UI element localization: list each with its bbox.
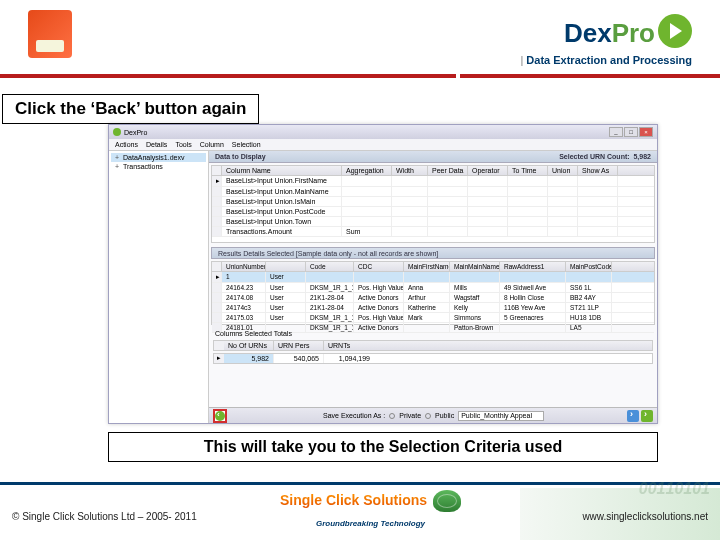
page-footer: © Single Click Solutions Ltd – 2005- 201… xyxy=(0,482,720,540)
expand-icon[interactable]: + xyxy=(113,163,121,170)
instruction-top: Click the ‘Back’ button again xyxy=(2,94,259,124)
save-label: Save Execution As : xyxy=(323,412,385,419)
copyright-text: © Single Click Solutions Ltd – 2005- 201… xyxy=(12,511,197,522)
menu-item[interactable]: Column xyxy=(200,141,224,148)
box-logo-icon xyxy=(28,10,72,58)
back-arrow-icon xyxy=(215,411,225,421)
panel-header: Data to Display Selected URN Count: 5,98… xyxy=(209,151,657,163)
public-radio[interactable] xyxy=(425,413,431,419)
main-panel: Data to Display Selected URN Count: 5,98… xyxy=(209,151,657,423)
expand-icon[interactable]: + xyxy=(113,154,121,161)
divider xyxy=(0,74,456,78)
play-icon xyxy=(658,14,692,48)
totals-section: Columns Selected Totals No Of URNs URN P… xyxy=(211,329,655,366)
table-row[interactable]: BaseList>Input Union.MainName xyxy=(212,187,654,197)
private-radio[interactable] xyxy=(389,413,395,419)
back-button[interactable] xyxy=(213,409,227,423)
tree-item[interactable]: +Transactions xyxy=(111,162,206,171)
totals-header: No Of URNs URN Pers URNTs xyxy=(213,340,653,351)
table-row[interactable]: 24175.03UserDKSM_1R_1_1Pos. High ValueMa… xyxy=(212,313,654,323)
brand-name: DexPro xyxy=(564,18,655,49)
export-button[interactable] xyxy=(627,410,639,422)
instruction-bottom: This will take you to the Selection Crit… xyxy=(108,432,658,462)
globe-icon xyxy=(433,490,461,512)
columns-grid[interactable]: Column NameAggregationWidthPeer DataOper… xyxy=(211,165,655,243)
window-title: DexPro xyxy=(124,129,147,136)
menu-item[interactable]: Actions xyxy=(115,141,138,148)
table-row[interactable]: BaseList>Input Union.Town xyxy=(212,217,654,227)
table-row[interactable]: 24174.08User21K1-28-04Active DonorsArthu… xyxy=(212,293,654,303)
brand-tagline: | Data Extraction and Processing xyxy=(520,54,692,66)
maximize-button[interactable]: □ xyxy=(624,127,638,137)
results-header: Results Details Selected [Sample data on… xyxy=(211,247,655,259)
urn-count: 5,982 xyxy=(633,153,651,160)
website-url: www.singleclicksolutions.net xyxy=(582,511,708,522)
table-row[interactable]: ▸1User xyxy=(212,272,654,283)
divider xyxy=(460,74,720,78)
table-row[interactable]: 24164.23UserDKSM_1R_1_1Pos. High ValueAn… xyxy=(212,283,654,293)
menu-item[interactable]: Details xyxy=(146,141,167,148)
app-icon xyxy=(113,128,121,136)
table-row[interactable]: BaseList>Input Union.PostCode xyxy=(212,207,654,217)
results-grid[interactable]: UnionNumberCodeCDCMainFirstNameMainMainN… xyxy=(211,261,655,325)
tree-sidebar: +DataAnalysis1.dexv +Transactions xyxy=(109,151,209,423)
table-row[interactable]: 24174c3User21K1-28-04Active DonorsKather… xyxy=(212,303,654,313)
save-name-input[interactable]: Public_Monthly Appeal xyxy=(458,411,544,421)
forward-button[interactable] xyxy=(641,410,653,422)
minimize-button[interactable]: _ xyxy=(609,127,623,137)
window-footer: Save Execution As : Private Public Publi… xyxy=(209,407,657,423)
tree-item[interactable]: +DataAnalysis1.dexv xyxy=(111,153,206,162)
menu-item[interactable]: Tools xyxy=(175,141,191,148)
menu-item[interactable]: Selection xyxy=(232,141,261,148)
menu-bar: Actions Details Tools Column Selection xyxy=(109,139,657,151)
table-row[interactable]: Transactions.AmountSum xyxy=(212,227,654,237)
scs-logo: Single Click Solutions Groundbreaking Te… xyxy=(280,490,461,530)
page-header: DexPro | Data Extraction and Processing xyxy=(0,0,720,78)
totals-values: ▸ 5,982 540,065 1,094,199 xyxy=(213,353,653,364)
close-button[interactable]: × xyxy=(639,127,653,137)
table-row[interactable]: ▸BaseList>Input Union.FirstName xyxy=(212,176,654,187)
table-row[interactable]: BaseList>Input Union.IsMain xyxy=(212,197,654,207)
app-window: DexPro _ □ × Actions Details Tools Colum… xyxy=(108,124,658,424)
window-titlebar[interactable]: DexPro _ □ × xyxy=(109,125,657,139)
